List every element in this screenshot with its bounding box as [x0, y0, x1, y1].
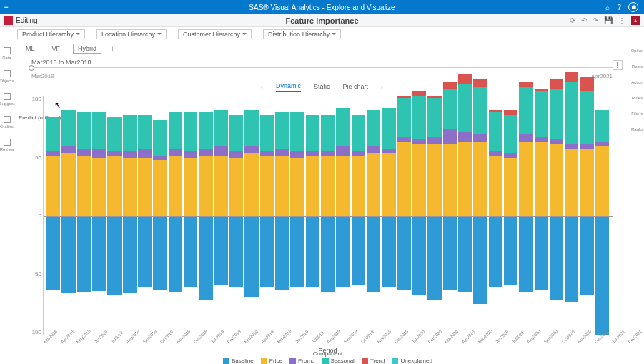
- rightnav-rules[interactable]: Rules: [632, 94, 643, 100]
- filter-bar: Product HierarchyLocation HierarchyCusto…: [0, 27, 644, 41]
- chart: 100500-50-100 Mar2018Apr2018May2018Jun20…: [43, 96, 613, 364]
- user-avatar[interactable]: ⏺: [628, 2, 638, 12]
- legend-item-price[interactable]: Price: [261, 358, 282, 364]
- more-icon[interactable]: ⋮: [618, 16, 625, 24]
- tab-vf[interactable]: VF: [48, 44, 65, 53]
- view-dynamic[interactable]: Dynamic: [276, 82, 301, 92]
- right-nav: OptionRolesActionRulesFiltersRanks: [630, 41, 644, 364]
- timeline-start: Mar2018: [31, 73, 54, 79]
- edit-icon[interactable]: [4, 16, 13, 25]
- leftnav-review[interactable]: Review: [0, 139, 14, 152]
- legend: Component BaselinePricePromoSeasonalTren…: [43, 350, 613, 364]
- y-axis-ticks: 100500-50-100: [30, 96, 41, 335]
- timeline-slider[interactable]: [31, 67, 613, 73]
- left-nav: DataObjectsSuggestOutlineReview: [0, 41, 14, 364]
- save-icon[interactable]: 💾: [604, 16, 613, 24]
- legend-item-promo[interactable]: Promo: [289, 358, 315, 364]
- leftnav-outline[interactable]: Outline: [0, 116, 14, 129]
- tab-ml[interactable]: ML: [21, 44, 39, 53]
- leftnav-objects[interactable]: Objects: [0, 70, 14, 83]
- edit-bar: Editing Feature importance ⟳ ↶ ↷ 💾 ⋮ 1: [0, 14, 644, 27]
- legend-title: Component: [313, 350, 342, 357]
- range-text: Mar2018 to Mar2018: [14, 56, 630, 66]
- app-title: SAS® Visual Analytics - Explore and Visu…: [249, 4, 395, 11]
- view-static[interactable]: Static: [314, 83, 330, 92]
- model-tabs: MLVFHybrid+: [14, 41, 630, 56]
- legend-item-seasonal[interactable]: Seasonal: [322, 358, 355, 364]
- view-pie-chart[interactable]: Pie chart: [343, 83, 369, 92]
- timeline-knob[interactable]: [29, 65, 34, 71]
- add-tab-button[interactable]: +: [110, 44, 114, 53]
- legend-item-baseline[interactable]: Baseline: [223, 358, 254, 364]
- chevron-left-icon[interactable]: ‹: [261, 84, 263, 91]
- search-icon[interactable]: ⌕: [605, 4, 610, 11]
- plot-area: [43, 96, 613, 335]
- leftnav-data[interactable]: Data: [2, 47, 11, 60]
- rightnav-filters[interactable]: Filters: [631, 110, 643, 116]
- app-titlebar: ≡ SAS® Visual Analytics - Explore and Vi…: [0, 0, 644, 14]
- chevron-right-icon[interactable]: ›: [381, 84, 383, 91]
- filter-location-hierarchy[interactable]: Location Hierarchy: [96, 29, 167, 39]
- mode-label: Editing: [16, 16, 38, 24]
- page-title: Feature importance: [285, 16, 358, 25]
- tab-hybrid[interactable]: Hybrid: [73, 44, 101, 54]
- rightnav-roles[interactable]: Roles: [632, 63, 643, 69]
- rightnav-ranks[interactable]: Ranks: [631, 126, 643, 132]
- undo-icon[interactable]: ↶: [581, 16, 587, 24]
- notification-badge[interactable]: 1: [631, 16, 640, 25]
- legend-item-unexplained[interactable]: Unexplained: [392, 358, 432, 364]
- help-icon[interactable]: ?: [617, 4, 621, 11]
- redo-icon[interactable]: ↷: [593, 16, 598, 24]
- menu-icon[interactable]: ≡: [4, 4, 9, 11]
- filter-customer-hierarchy[interactable]: Customer Hierarchy: [178, 29, 252, 39]
- filter-distribution-hierarchy[interactable]: Distribution Hierarchy: [263, 29, 341, 39]
- x-axis-ticks: Mar2018Apr2018May2018Jun2018Jul2018Aug20…: [43, 335, 613, 344]
- rightnav-option[interactable]: Option: [631, 47, 644, 53]
- leftnav-suggest[interactable]: Suggest: [0, 93, 15, 106]
- legend-item-trend[interactable]: Trend: [362, 358, 385, 364]
- chart-menu-icon[interactable]: [613, 60, 623, 70]
- refresh-icon[interactable]: ⟳: [570, 16, 575, 24]
- timeline-end: Apr2021: [591, 73, 613, 79]
- filter-product-hierarchy[interactable]: Product Hierarchy: [17, 29, 85, 39]
- rightnav-action[interactable]: Action: [631, 79, 643, 84]
